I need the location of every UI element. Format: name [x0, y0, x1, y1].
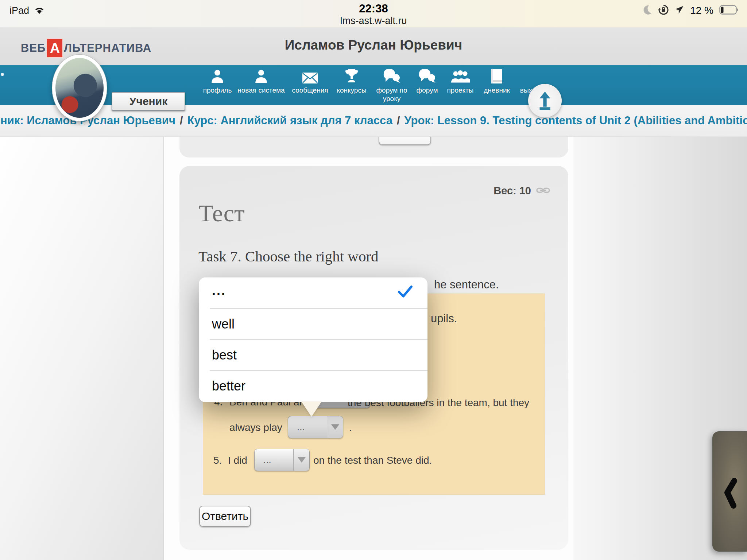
weight-row: Вес: 10 [494, 185, 550, 197]
instruction-fragment: he sentence. [434, 278, 499, 291]
item4-line2-text: always play [229, 422, 282, 433]
book-icon [491, 68, 503, 84]
nav-item-new-system[interactable]: новая система [236, 68, 286, 94]
chat-bubbles-icon [418, 68, 436, 84]
side-panel-handle[interactable] [712, 431, 747, 552]
breadcrumb-course-link[interactable]: Курс: Английский язык для 7 класса [187, 114, 392, 127]
main-nav: профиль новая система сообщения конкурсы [203, 68, 543, 103]
role-button[interactable]: Ученик [112, 92, 185, 111]
battery-percent: 12 % [690, 5, 713, 16]
rotation-lock-icon [658, 4, 669, 17]
nav-item-projects[interactable]: проекты [444, 68, 476, 94]
item5-text-before: I did [228, 455, 247, 466]
option-well[interactable]: well [199, 308, 427, 339]
task-heading: Task 7. Choose the right word [198, 248, 379, 265]
previous-section-card-bottom [179, 137, 568, 158]
battery-icon [719, 5, 739, 16]
nav-item-forum[interactable]: форум [414, 68, 440, 94]
sentence-fragment: upils. [431, 312, 457, 325]
people-group-icon [451, 68, 470, 84]
status-bar: iPad 22:38 lms-ast.w-alt.ru [0, 0, 747, 27]
popover-tail [301, 401, 322, 417]
arrow-up-icon [536, 90, 554, 111]
chevron-down-icon [293, 449, 309, 471]
trophy-icon [344, 68, 359, 84]
clock: 22:38 [0, 2, 747, 15]
avatar[interactable] [52, 55, 107, 121]
nav-item-contests[interactable]: конкурсы [334, 68, 369, 94]
chevron-down-icon [327, 416, 343, 438]
item4-period: . [349, 422, 352, 433]
answer-button[interactable]: Ответить [199, 506, 251, 527]
chat-bubbles-icon [383, 68, 400, 84]
item5-number: 5. [213, 455, 222, 466]
nav-item-messages[interactable]: сообщения [290, 68, 330, 94]
item5-select[interactable]: ... [254, 449, 310, 471]
breadcrumb-separator: / [397, 114, 400, 127]
option-ellipsis[interactable]: ... [199, 277, 427, 308]
person-icon [254, 68, 268, 84]
dnd-moon-icon [642, 5, 652, 16]
breadcrumb-separator: / [180, 114, 183, 127]
nav-item-lesson-forum[interactable]: форум по уроку [374, 68, 410, 103]
chevron-left-icon [722, 478, 738, 509]
page-url: lms-ast.w-alt.ru [0, 15, 747, 27]
weight-label: Вес: 10 [494, 185, 531, 197]
site-header: ВЕБ А ЛЬТЕРНАТИВА Исламов Руслан Юрьевич [0, 27, 747, 65]
link-icon[interactable] [536, 187, 550, 195]
scroll-to-top-button[interactable] [528, 84, 562, 117]
nav-item-diary[interactable]: дневник [481, 68, 513, 94]
select-options-popover: ... well best better [199, 277, 427, 402]
envelope-icon [302, 68, 318, 84]
user-full-name: Исламов Руслан Юрьевич [0, 38, 747, 53]
nav-item-profile[interactable]: профиль [203, 68, 232, 94]
checkmark-icon [398, 285, 413, 301]
stray-dot [1, 73, 4, 76]
location-icon [675, 5, 684, 16]
test-heading: Тест [198, 199, 245, 227]
option-better[interactable]: better [199, 370, 427, 401]
item5-text-after: on the test than Steve did. [313, 455, 432, 466]
person-icon [210, 68, 224, 84]
breadcrumb-lesson-link[interactable]: Урок: Lesson 9. Testing contents of Unit… [405, 114, 747, 127]
left-background-panel [0, 137, 164, 560]
option-best[interactable]: best [199, 339, 427, 370]
item4-select-2[interactable]: ... [288, 416, 343, 438]
